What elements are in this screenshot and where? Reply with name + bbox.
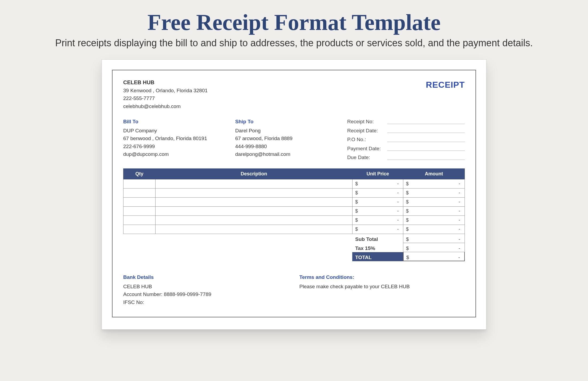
meta-receipt-date-field[interactable]	[387, 128, 465, 133]
cell-qty[interactable]	[123, 225, 156, 234]
page-title: Free Receipt Format Template	[0, 9, 588, 35]
meta-due-date-label: Due Date:	[347, 153, 387, 161]
bill-to-block: Bill To DUP Company 67 benwood , Orlando…	[123, 118, 235, 162]
total-value: $-	[403, 252, 465, 261]
terms-heading: Terms and Conditions:	[299, 273, 465, 281]
receipt-document: CELEB HUB 39 Kenwood , Orlando, Florida …	[112, 70, 476, 317]
cell-amount[interactable]: $-	[403, 207, 465, 216]
cell-amount[interactable]: $-	[403, 188, 465, 198]
cell-amount[interactable]: $-	[403, 216, 465, 225]
meta-receipt-no-label: Receipt No:	[347, 118, 387, 125]
cell-qty[interactable]	[123, 216, 156, 225]
terms-text: Please make check payable to your CELEB …	[299, 283, 465, 290]
col-description: Description	[156, 168, 353, 179]
cell-qty[interactable]	[123, 179, 156, 188]
bank-name: CELEB HUB	[123, 283, 289, 290]
meta-po-no-label: P.O No.:	[347, 136, 387, 143]
bank-heading: Bank Details	[123, 273, 289, 281]
bank-block: Bank Details CELEB HUB Account Number: 8…	[123, 273, 289, 306]
cell-amount[interactable]: $-	[403, 225, 465, 234]
company-block: CELEB HUB 39 Kenwood , Orlando, Florida …	[123, 78, 208, 110]
meta-block: Receipt No: Receipt Date: P.O No.: Payme…	[347, 118, 465, 162]
meta-po-no-field[interactable]	[387, 137, 465, 142]
cell-unit-price[interactable]: $-	[353, 216, 403, 225]
table-row: $-$-	[123, 179, 465, 188]
col-amount: Amount	[403, 168, 465, 179]
company-email: celebhub@celebhub.com	[123, 102, 208, 110]
meta-receipt-no-field[interactable]	[387, 119, 465, 124]
ship-to-heading: Ship To	[235, 118, 347, 125]
page-subtitle: Print receipts displaying the bill to an…	[0, 37, 588, 49]
ship-to-name: Darel Pong	[235, 127, 347, 134]
table-row: $-$-	[123, 188, 465, 198]
ship-to-email: darelpong@hotmail.com	[235, 150, 347, 158]
table-row: $-$-	[123, 198, 465, 207]
cell-description[interactable]	[156, 225, 353, 234]
receipt-heading: RECEIPT	[426, 78, 465, 92]
col-unit-price: Unit Price	[353, 168, 403, 179]
ship-to-phone: 444-999-8880	[235, 143, 347, 150]
bill-to-heading: Bill To	[123, 118, 235, 125]
company-name: CELEB HUB	[123, 78, 208, 87]
table-row: $-$-	[123, 207, 465, 216]
cell-amount[interactable]: $-	[403, 198, 465, 207]
cell-qty[interactable]	[123, 188, 156, 198]
company-address: 39 Kenwood , Orlando, Florida 32801	[123, 87, 208, 94]
document-sheet: CELEB HUB 39 Kenwood , Orlando, Florida …	[102, 59, 486, 330]
cell-qty[interactable]	[123, 207, 156, 216]
terms-block: Terms and Conditions: Please make check …	[299, 273, 465, 306]
company-phone: 222-555-7777	[123, 94, 208, 102]
cell-description[interactable]	[156, 216, 353, 225]
subtotal-label: Sub Total	[352, 234, 403, 243]
total-label: TOTAL	[352, 252, 403, 261]
bill-to-name: DUP Company	[123, 127, 235, 134]
cell-description[interactable]	[156, 179, 353, 188]
cell-amount[interactable]: $-	[403, 179, 465, 188]
meta-payment-date-label: Payment Date:	[347, 145, 387, 152]
col-qty: Qty	[123, 168, 156, 179]
cell-description[interactable]	[156, 207, 353, 216]
table-row: $-$-	[123, 225, 465, 234]
cell-unit-price[interactable]: $-	[353, 198, 403, 207]
meta-receipt-date-label: Receipt Date:	[347, 127, 387, 134]
tax-value: $-	[403, 243, 465, 252]
bank-ifsc: IFSC No:	[123, 298, 289, 306]
tax-label: Tax 15%	[352, 243, 403, 252]
cell-qty[interactable]	[123, 198, 156, 207]
items-table: Qty Description Unit Price Amount $-$-$-…	[123, 168, 465, 234]
ship-to-address: 67 arcwood, Florida 8889	[235, 134, 347, 142]
totals-block: Sub Total $- Tax 15% $- TOTAL $-	[123, 234, 465, 261]
cell-unit-price[interactable]: $-	[353, 179, 403, 188]
cell-description[interactable]	[156, 188, 353, 198]
bill-to-email: dup@dupcomp.com	[123, 150, 235, 158]
bill-to-phone: 222-676-9999	[123, 143, 235, 150]
cell-description[interactable]	[156, 198, 353, 207]
subtotal-value: $-	[403, 234, 465, 243]
meta-due-date-field[interactable]	[387, 155, 465, 160]
bank-account: Account Number: 8888-999-0999-7789	[123, 290, 289, 298]
ship-to-block: Ship To Darel Pong 67 arcwood, Florida 8…	[235, 118, 347, 162]
cell-unit-price[interactable]: $-	[353, 225, 403, 234]
table-row: $-$-	[123, 216, 465, 225]
cell-unit-price[interactable]: $-	[353, 188, 403, 198]
bill-to-address: 67 benwood , Orlando, Florida 80191	[123, 134, 235, 142]
meta-payment-date-field[interactable]	[387, 146, 465, 151]
cell-unit-price[interactable]: $-	[353, 207, 403, 216]
